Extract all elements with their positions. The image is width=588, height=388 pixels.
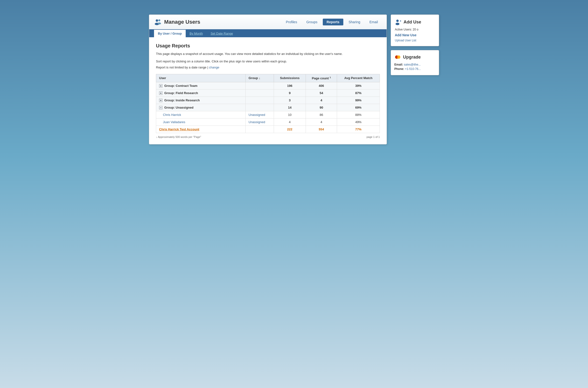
upgrade-phone: Phone: +1-510-76... [394, 67, 435, 71]
expand-inside-research-btn[interactable]: + [159, 99, 162, 102]
tab-sharing[interactable]: Sharing [345, 19, 364, 25]
upload-user-list-link[interactable]: Upload User List [395, 39, 416, 42]
user-chris-harrick-test-match: 77% [337, 126, 380, 133]
header-title: Manage Users [154, 18, 200, 26]
date-range-text: Report is not limited by a date range | … [156, 66, 380, 69]
add-user-icon: + [395, 19, 402, 25]
svg-point-3 [158, 23, 161, 24]
user-chris-harrick-test-submissions: 222 [274, 126, 306, 133]
upgrade-email-link[interactable]: sales@ithe... [404, 63, 421, 66]
expand-contract-team-btn[interactable]: + [159, 84, 162, 88]
group-field-research: + Group: Field Research [156, 90, 246, 97]
col-group[interactable]: Group ↓ [246, 74, 274, 82]
change-date-range-link[interactable]: change [209, 66, 219, 69]
table-row: Chris Harrick Unassigned 10 86 88% [156, 111, 380, 119]
upgrade-email: Email: sales@ithe... [394, 63, 435, 66]
group-contract-team-pages: 406 [306, 82, 337, 90]
group-unassigned: − Group: Unassigned [156, 104, 246, 111]
group-unassigned-submissions: 14 [274, 104, 306, 111]
subnav-by-user-group[interactable]: By User / Group [154, 30, 186, 37]
group-field-research-group [246, 90, 274, 97]
user-chris-harrick: Chris Harrick [156, 111, 246, 119]
subnav-by-month[interactable]: By Month [186, 30, 207, 37]
upgrade-phone-link[interactable]: +1-510-76... [405, 67, 421, 71]
users-icon [154, 18, 162, 26]
user-chris-harrick-test: Chris Harrick Test Account [156, 126, 246, 133]
group-inside-research-submissions: 3 [274, 97, 306, 104]
sub-nav: By User / Group By Month Set Date Range [149, 30, 386, 37]
user-chris-harrick-submissions: 10 [274, 111, 306, 119]
user-juan-valladares-pages: 4 [306, 119, 337, 126]
svg-point-0 [156, 19, 158, 22]
user-juan-valladares-submissions: 4 [274, 119, 306, 126]
active-users-count: Active Users: 20 o [395, 28, 435, 31]
user-chris-harrick-test-group [246, 126, 274, 133]
table-row: + Group: Field Research 9 54 87% [156, 90, 380, 97]
table-row: Juan Valladares Unassigned 4 4 49% [156, 119, 380, 126]
tab-email[interactable]: Email [365, 19, 382, 25]
user-chris-harrick-link[interactable]: Chris Harrick [163, 113, 181, 117]
group-contract-team-group [246, 82, 274, 90]
table-row: + Group: Contract Team 196 406 39% [156, 82, 380, 90]
group-inside-research-pages: 4 [306, 97, 337, 104]
footnote: ↓ Approximately 500 words per "Page" [156, 135, 201, 138]
user-chris-harrick-match: 88% [337, 111, 380, 119]
col-submissions[interactable]: Submissions [274, 74, 306, 82]
expand-unassigned-btn[interactable]: − [159, 106, 162, 109]
user-chris-harrick-test-pages: 554 [306, 126, 337, 133]
table-footer: ↓ Approximately 500 words per "Page" pag… [156, 135, 380, 138]
nav-tabs: Profiles Groups Reports Sharing Email [282, 19, 382, 25]
svg-text:+: + [400, 19, 401, 23]
content-area: Usage Reports This page displays a snaps… [149, 37, 386, 144]
group-unassigned-match: 69% [337, 104, 380, 111]
group-field-research-pages: 54 [306, 90, 337, 97]
group-contract-team-match: 39% [337, 82, 380, 90]
tab-profiles[interactable]: Profiles [282, 19, 301, 25]
group-contract-team-submissions: 196 [274, 82, 306, 90]
user-chris-harrick-group-link[interactable]: Unassigned [249, 113, 265, 117]
add-user-card: + Add Use Active Users: 20 o Add New Use… [391, 15, 439, 46]
pagination: page 1 of 1 [366, 135, 380, 138]
add-user-title: Add Use [404, 20, 421, 25]
description1: This page displays a snapshot of account… [156, 51, 380, 57]
user-juan-valladares-group: Unassigned [246, 119, 274, 126]
section-title: Usage Reports [156, 43, 380, 48]
sort-info: Sort report by clicking on a column titl… [156, 59, 380, 63]
group-unassigned-pages: 90 [306, 104, 337, 111]
svg-point-5 [396, 23, 399, 25]
col-user[interactable]: User [156, 74, 246, 82]
header: Manage Users Profiles Groups Reports Sha… [149, 15, 386, 30]
add-new-user-link[interactable]: Add New Use [395, 33, 435, 37]
table-row: Chris Harrick Test Account 222 554 77% [156, 126, 380, 133]
col-page-count[interactable]: Page count 1 [306, 74, 337, 82]
table-row: + Group: Inside Research 3 4 99% [156, 97, 380, 104]
group-contract-team: + Group: Contract Team [156, 82, 246, 90]
upgrade-icon [394, 54, 401, 60]
upgrade-card: Upgrade Email: sales@ithe... Phone: +1-5… [391, 50, 439, 75]
upgrade-header: Upgrade [394, 54, 435, 60]
subnav-set-date-range[interactable]: Set Date Range [207, 30, 237, 37]
tab-groups[interactable]: Groups [302, 19, 321, 25]
user-chris-harrick-test-link[interactable]: Chris Harrick Test Account [159, 127, 199, 131]
main-panel: Manage Users Profiles Groups Reports Sha… [149, 15, 387, 145]
tab-reports[interactable]: Reports [323, 19, 343, 25]
group-field-research-match: 87% [337, 90, 380, 97]
expand-field-research-btn[interactable]: + [159, 92, 162, 95]
user-chris-harrick-group: Unassigned [246, 111, 274, 119]
report-table: User Group ↓ Submissions Page count 1 Av… [156, 74, 380, 133]
svg-point-8 [397, 55, 400, 59]
group-field-research-submissions: 9 [274, 90, 306, 97]
user-juan-valladares-group-link[interactable]: Unassigned [249, 120, 265, 124]
group-inside-research-group [246, 97, 274, 104]
table-row: − Group: Unassigned 14 90 69% [156, 104, 380, 111]
sidebar-panel: + Add Use Active Users: 20 o Add New Use… [391, 15, 439, 145]
upgrade-title: Upgrade [403, 55, 421, 60]
add-user-header: + Add Use [395, 19, 435, 25]
group-inside-research-match: 99% [337, 97, 380, 104]
user-juan-valladares-match: 49% [337, 119, 380, 126]
svg-point-2 [158, 19, 160, 21]
user-juan-valladares-link[interactable]: Juan Valladares [163, 120, 185, 124]
page-title: Manage Users [164, 19, 200, 25]
user-juan-valladares: Juan Valladares [156, 119, 246, 126]
col-avg-match[interactable]: Avg Percent Match [337, 74, 380, 82]
